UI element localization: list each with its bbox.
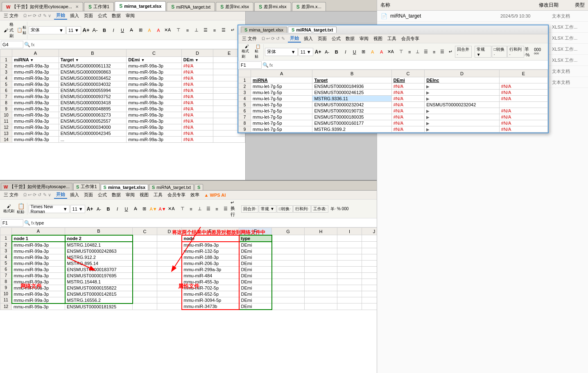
b-11F[interactable]: DEmi [239,297,272,303]
float-cell-6D[interactable]: ▶ [425,108,500,114]
b-1J[interactable] [362,235,377,242]
bottom-tab-mirna-xlsx[interactable]: S mirna_target.xlsx [101,184,148,190]
float-cell-4D[interactable]: ▶ [425,96,500,102]
b-11B[interactable]: MSTRG.16556.2 [65,297,133,303]
cell-11A[interactable]: mmu-miR-99a-3p [12,118,59,124]
b-1C[interactable] [133,235,157,242]
align-mid-btn[interactable]: ≡ [183,26,192,34]
bottom-menu-kaishi[interactable]: 开始 [54,191,67,199]
bottom-menu-shuju[interactable]: 数据 [110,191,123,198]
float-col-C[interactable]: C [391,70,425,77]
border-btn[interactable]: ⊞ [136,26,145,34]
cell-4C[interactable]: mmu-miR-99a-3p [127,75,181,81]
bold-btn[interactable]: B [100,26,109,34]
b-6D[interactable] [157,266,182,272]
b-5H[interactable] [305,260,337,266]
float-cell-7B[interactable]: ENSMUST00000180035 [312,114,391,120]
cell-12D[interactable]: #N/A [181,124,213,130]
b-10A[interactable]: mmu-miR-99a-3p [12,291,65,297]
float-align-right[interactable]: ☰ [439,48,446,56]
align-right-btn[interactable]: ☰ [219,26,228,34]
float-cell-8C[interactable]: #N/A [391,120,425,126]
bottom-format-painter[interactable]: 🖌格式刷 [3,204,14,214]
b-5A[interactable]: mmu-miR-99a-3p [12,260,65,266]
col-header-A[interactable]: A [12,49,59,57]
b-6C[interactable] [133,266,157,272]
b-3I[interactable] [337,248,362,254]
menu-file[interactable]: 三 文件 [2,12,20,19]
b-4B[interactable]: MSTRG.912.2 [65,254,133,260]
float-cell-2C[interactable]: #N/A [391,83,425,90]
align-left-btn[interactable]: ☰ [201,26,210,34]
cell-6C[interactable]: mmu-miR-99a-3p [127,88,181,94]
b-12G[interactable] [272,303,305,310]
bottom-menu-yemian[interactable]: 页面 [82,191,95,198]
menu-yemian[interactable]: 页面 [82,12,95,19]
cell-10B[interactable]: ENSMUSG00000063273 [59,112,127,118]
bottom-border[interactable]: ⊞ [140,205,149,213]
font-size-inc-btn[interactable]: A+ [82,26,90,34]
cell-10C[interactable]: mmu-miR-99a-3p [127,112,181,118]
float-menu-yemian[interactable]: 页面 [316,35,329,42]
bottom-row-col-btn[interactable]: 行和列· [293,205,311,213]
b-6H[interactable] [305,266,337,272]
cell-3D[interactable]: #N/A [181,69,213,75]
float-cell-4A[interactable]: mmu-let-7g-5p [251,96,312,102]
b-7A[interactable]: mmu-miR-99a-3p [12,272,65,279]
float-menu-kaishi[interactable]: 开始 [288,35,301,43]
b-7H[interactable] [305,272,337,279]
clear-btn[interactable]: ✕A [163,26,172,34]
b-7B[interactable]: ENSMUST00000197695 [65,272,133,279]
cell-13D[interactable]: #N/A [181,130,213,137]
b-1H[interactable] [305,235,337,242]
float-row-col-btn[interactable]: 行和列· [507,46,524,58]
float-wrap[interactable]: ↵ [447,48,455,56]
bottom-col-C[interactable]: C [133,228,157,235]
float-menu-file[interactable]: 三 文件 [240,35,259,42]
b-12H[interactable] [305,303,337,310]
cell-10D[interactable]: #N/A [181,112,213,118]
cell-4A[interactable]: mmu-miR-99a-3p [12,75,59,81]
bottom-col-G[interactable]: G [272,228,305,235]
bottom-menu-shenyue[interactable]: 审阅 [124,191,137,198]
b-3C[interactable] [133,248,157,254]
bottom-font-inc[interactable]: A+ [86,205,94,213]
float-col-B[interactable]: B [312,70,391,77]
cell-12B[interactable]: ENSMUSG00000034000 [59,124,127,130]
bottom-wrap[interactable]: ↵ 换行 [230,205,238,213]
bottom-strikethrough[interactable]: A̶ [131,205,140,213]
b-4C[interactable] [133,254,157,260]
b-7F[interactable]: DEmi [239,272,272,279]
bottom-clear[interactable]: ✕A [167,205,176,213]
b-4D[interactable] [157,254,182,260]
b-5F[interactable]: DEmi [239,260,272,266]
b-4J[interactable] [362,254,377,260]
b-2F[interactable]: DEmi [239,242,272,248]
b-4F[interactable]: DEmi [239,254,272,260]
cell-7C[interactable]: mmu-miR-99a-3p [127,94,181,100]
menu-kaishi[interactable]: 开始 [54,12,67,20]
b-8H[interactable] [305,279,337,285]
cell-1D[interactable]: DEm ▼ [181,57,213,63]
b-2A[interactable]: mmu-miR-99a-3p [12,242,65,248]
float-formula-input[interactable] [274,63,547,67]
b-4E[interactable]: mmu-miR-188-3p [182,254,239,260]
b-9B[interactable]: ENSMUST00000155822 [65,285,133,291]
b-6J[interactable] [362,266,377,272]
float-cell-5D[interactable]: ENSMUST00000232042 [425,102,500,108]
b-7J[interactable] [362,272,377,279]
bottom-italic[interactable]: I [113,205,122,213]
cell-3A[interactable]: mmu-miR-99a-3p [12,69,59,75]
b-2J[interactable] [362,242,377,248]
b-2B[interactable]: MSTRG.10482.1 [65,242,133,248]
b-11A[interactable]: mmu-miR-99a-3p [12,297,65,303]
menu-charu[interactable]: 插入 [68,12,81,19]
b-11D[interactable] [157,297,182,303]
cell-14E[interactable] [213,137,245,143]
cell-ref-box[interactable]: G4 [1,41,23,48]
bottom-color[interactable]: A▼ [158,205,167,213]
float-cell-5A[interactable]: mmu-let-7g-5p [251,102,312,108]
b-1B[interactable]: node 2 [65,235,133,242]
b-4G[interactable] [272,254,305,260]
float-cell-1E[interactable] [499,77,547,83]
